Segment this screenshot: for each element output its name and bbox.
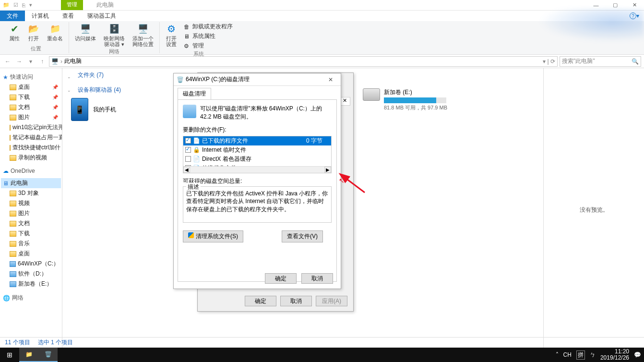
cleanup-cancel-button[interactable]: 取消: [301, 273, 333, 284]
network-drive-icon: 🗄️: [108, 23, 120, 35]
props-cancel-button[interactable]: 取消: [280, 296, 312, 306]
open-settings-button[interactable]: ⚙ 打开 设置: [164, 22, 179, 48]
cleanup-list-item[interactable]: 📄DirectX 着色器缓存: [183, 155, 331, 164]
minimize-button[interactable]: —: [586, 0, 606, 11]
sidebar-item[interactable]: 文档: [1, 218, 61, 229]
maximize-button[interactable]: ▢: [606, 0, 625, 11]
folder-icon: [10, 105, 16, 110]
sidebar-item[interactable]: 新加卷（E:）: [1, 279, 61, 289]
rename-button[interactable]: 📁 重命名: [45, 22, 65, 42]
checkbox[interactable]: [185, 156, 191, 162]
media-icon: 🖥️: [80, 23, 91, 35]
help-icon[interactable]: ? ▾: [625, 11, 644, 21]
taskbar-cleanup-button[interactable]: 🗑️: [38, 348, 58, 362]
cleanup-list-item[interactable]: 📄已下载的程序文件0 字节: [183, 136, 331, 145]
qat-icon[interactable]: 📁: [3, 2, 10, 8]
sidebar-network[interactable]: 🌐网络: [1, 292, 61, 303]
search-input[interactable]: 搜索"此电脑" 🔍: [560, 56, 641, 67]
collapse-icon[interactable]: ⌄: [67, 74, 72, 79]
breadcrumb[interactable]: 🖥️ › 此电脑 ▾ | ⟳: [49, 56, 558, 67]
access-media-button[interactable]: 🖥️ 访问媒体: [73, 22, 98, 42]
sidebar-item[interactable]: win10忘记pin无法开: [1, 122, 61, 133]
manage-button[interactable]: ⚙管理: [183, 41, 234, 50]
pin-icon: 📌: [52, 115, 59, 120]
phone-icon: 📱: [71, 98, 88, 121]
nav-forward-button[interactable]: →: [14, 58, 24, 65]
sidebar-item[interactable]: 文档📌: [1, 102, 61, 112]
devices-header[interactable]: 设备和驱动器 (4): [78, 86, 121, 94]
uninstall-programs-button[interactable]: 🗑卸载或更改程序: [183, 22, 234, 31]
cleanup-title: 64WinXP (C:)的磁盘清理: [186, 75, 250, 84]
close-button[interactable]: ✕: [625, 0, 644, 11]
cleanup-info-icon: [183, 105, 196, 118]
view-files-button[interactable]: 查看文件(V): [282, 230, 323, 242]
cleanup-list-item[interactable]: 🔒Internet 临时文件: [183, 145, 331, 155]
cleanup-ok-button[interactable]: 确定: [265, 273, 297, 284]
sidebar-item[interactable]: 图片: [1, 208, 61, 218]
cleanup-description: 描述 已下载的程序文件包括 ActiveX 控件和 Java 小程序，你查看特定…: [183, 186, 332, 223]
folders-header[interactable]: 文件夹 (7): [78, 71, 104, 79]
ribbon-tab-file[interactable]: 文件: [0, 11, 25, 21]
refresh-icon[interactable]: ▾ | ⟳: [543, 58, 555, 65]
taskbar-clock[interactable]: 11:20 2019/12/26: [600, 349, 629, 361]
nav-up-button[interactable]: ↑: [37, 58, 47, 65]
scrollbar[interactable]: ◀▶: [183, 166, 331, 173]
collapse-icon[interactable]: ⌄: [67, 88, 72, 93]
cleanup-tab[interactable]: 磁盘清理: [178, 88, 211, 99]
taskbar-explorer-button[interactable]: 📁: [19, 348, 38, 362]
sidebar-item[interactable]: 音乐: [1, 239, 61, 249]
sidebar-item[interactable]: 下载: [1, 229, 61, 239]
checkbox[interactable]: [185, 138, 191, 144]
sidebar-item[interactable]: 3D 对象: [1, 188, 61, 198]
map-drive-button[interactable]: 🗄️ 映射网络 驱动器 ▾: [102, 22, 127, 48]
start-button[interactable]: ⊞: [0, 348, 19, 362]
props-apply-button[interactable]: 应用(A): [316, 296, 347, 306]
sidebar-item[interactable]: 笔记本磁盘占用一直: [1, 133, 61, 143]
cleanup-info-text: 可以使用"磁盘清理"来释放 64WinXP（C:）上的 42.2 MB 磁盘空间…: [200, 105, 332, 121]
breadcrumb-item[interactable]: 此电脑: [64, 57, 82, 65]
sidebar-item[interactable]: 64WinXP（C:）: [1, 259, 61, 269]
ribbon-tab-drivetools[interactable]: 驱动器工具: [81, 11, 123, 21]
ribbon-tab-computer[interactable]: 计算机: [25, 11, 56, 21]
sidebar-item[interactable]: 视频: [1, 198, 61, 208]
cleanup-file-list[interactable]: 📄已下载的程序文件0 字节🔒Internet 临时文件📄DirectX 着色器缓…: [183, 136, 332, 173]
drive-label: 新加卷 (E:): [384, 88, 447, 97]
context-tab-manage[interactable]: 管理: [61, 0, 83, 10]
ribbon-tab-view[interactable]: 查看: [56, 11, 81, 21]
notification-icon[interactable]: 💬: [634, 351, 641, 358]
drive-e-tile[interactable]: 新加卷 (E:) 81.8 MB 可用，共 97.9 MB: [363, 88, 447, 111]
ime-indicator[interactable]: ㄅ: [590, 351, 596, 359]
qat-icon[interactable]: ☑: [13, 2, 18, 8]
search-icon: 🔍: [632, 58, 639, 65]
device-my-phone[interactable]: 📱 我的手机: [67, 96, 163, 123]
sidebar-item[interactable]: 查找快捷键ctrl加什: [1, 143, 61, 153]
checkbox[interactable]: [185, 147, 191, 153]
sidebar-item[interactable]: 图片📌: [1, 112, 61, 122]
ime-language[interactable]: CH: [563, 351, 572, 358]
nav-back-button[interactable]: ←: [3, 58, 12, 65]
sidebar-item[interactable]: 录制的视频: [1, 153, 61, 163]
add-network-location-button[interactable]: 🖥️ 添加一个 网络位置: [131, 22, 155, 48]
qat-icon[interactable]: ⎘: [22, 2, 25, 8]
cleanup-titlebar[interactable]: 🗑️ 64WinXP (C:)的磁盘清理 ✕: [174, 73, 341, 86]
qat-dropdown-icon[interactable]: ▾: [29, 2, 32, 8]
cleanup-close-button[interactable]: ✕: [323, 76, 338, 83]
sidebar-item[interactable]: 桌面📌: [1, 82, 61, 92]
sidebar-onedrive[interactable]: ☁OneDrive: [1, 166, 61, 175]
clean-system-files-button[interactable]: 清理系统文件(S): [183, 230, 243, 242]
sidebar-item[interactable]: 桌面: [1, 249, 61, 259]
sidebar-item[interactable]: 下载📌: [1, 92, 61, 102]
sidebar-item[interactable]: 软件（D:）: [1, 269, 61, 279]
sidebar-quick-access[interactable]: ★快速访问: [1, 71, 61, 82]
folder-icon: [10, 95, 16, 100]
ime-mode[interactable]: 拼: [576, 350, 585, 360]
system-properties-button[interactable]: 🖥系统属性: [183, 32, 234, 41]
nav-history-button[interactable]: ▾: [26, 58, 36, 65]
properties-button[interactable]: ✔ 属性: [7, 22, 22, 42]
cleanup-list-item[interactable]: 📄下载: [183, 173, 331, 173]
props-ok-button[interactable]: 确定: [245, 296, 276, 306]
sidebar-this-pc[interactable]: 🖥此电脑: [1, 178, 61, 188]
uninstall-icon: 🗑: [184, 24, 191, 30]
tray-chevron-icon[interactable]: ˄: [556, 351, 559, 358]
open-button[interactable]: 📂 打开: [26, 22, 41, 42]
